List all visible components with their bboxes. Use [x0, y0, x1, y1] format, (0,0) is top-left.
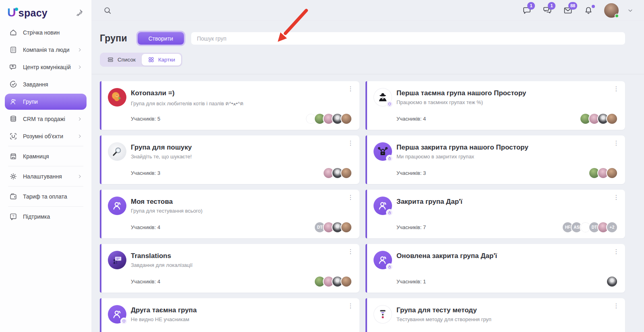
mail-badge: 88 — [568, 2, 577, 10]
card-body: Перша закрита група нашого Простору Ми п… — [374, 142, 618, 161]
sidebar-item-label: Розумні об'єкти — [23, 133, 63, 139]
lock-badge-icon — [386, 155, 393, 162]
sidebar-item-smart-objects[interactable]: Розумні об'єкти — [5, 128, 87, 144]
bell-icon[interactable] — [584, 6, 593, 15]
group-title: Моя тестова — [131, 198, 202, 206]
comms-icon — [9, 63, 18, 72]
card-texts: Перша таємна група нашого Простору Працю… — [396, 88, 526, 105]
members-avatar-stack: DT — [314, 221, 352, 233]
group-card[interactable]: Перша таємна група нашого Простору Працю… — [365, 81, 625, 130]
group-chat-badge: 1 — [548, 2, 555, 10]
members-count: Учасників: 4 — [396, 116, 426, 122]
sidebar-item-label: CRM та продажі — [23, 116, 65, 122]
group-card[interactable]: Закрита група Дар'ї ⋮ Учасників: 7 HFASD… — [365, 190, 625, 238]
card-texts: Група для пошуку Знайдіть те, що шукаєте… — [131, 142, 192, 160]
mail-icon[interactable]: 88 — [563, 6, 573, 15]
sidebar-item-crm[interactable]: CRM та продажі — [5, 111, 87, 127]
sidebar-item-billing[interactable]: Тариф та оплата — [5, 189, 87, 205]
chevron-down-icon[interactable] — [627, 7, 634, 14]
sidebar-divider — [8, 166, 83, 166]
sidebar-divider — [8, 206, 83, 207]
store-icon — [9, 152, 18, 161]
card-menu-button[interactable]: ⋮ — [347, 85, 355, 92]
sidebar-item-company[interactable]: Компанія та люди — [5, 42, 87, 58]
topbar: 1 1 88 — [92, 0, 644, 21]
card-menu-button[interactable]: ⋮ — [612, 85, 620, 92]
card-menu-button[interactable]: ⋮ — [347, 194, 355, 201]
group-avatar-screenshot — [374, 305, 392, 324]
members-count: Учасників: 3 — [131, 170, 160, 176]
group-card[interactable]: Моя тестова Група для тестування всього)… — [100, 190, 359, 238]
group-avatar-cat-art — [108, 88, 126, 107]
sidebar-item-settings[interactable]: Налаштування — [5, 168, 87, 184]
card-body: Котопазли =) Група для всіх любителів ко… — [108, 88, 352, 108]
group-description: Тестування методу для створення груп — [396, 316, 491, 322]
support-icon: ? — [9, 212, 18, 221]
card-body: Закрита група Дар'ї — [374, 197, 618, 215]
sidebar-item-label: Стрічка новин — [23, 29, 60, 36]
group-description: Група для тестування всього) — [131, 208, 202, 214]
group-card[interactable]: Translations Завдання для локалізації ⋮ … — [100, 244, 359, 293]
wallet-icon — [9, 192, 18, 201]
sidebar-item-label: Підтримка — [23, 213, 50, 220]
group-card[interactable]: Котопазли =) Група для всіх любителів ко… — [100, 81, 359, 130]
search-icon[interactable] — [103, 6, 112, 15]
cards-view-icon — [148, 56, 155, 63]
chevron-right-icon — [77, 47, 83, 53]
members-count: Учасників: 4 — [131, 224, 160, 230]
sidebar-item-groups[interactable]: Групи — [5, 94, 87, 110]
sidebar-item-support[interactable]: ? Підтримка — [5, 209, 87, 225]
card-texts: Оновлена закрита група Дар'ї — [396, 251, 497, 260]
sidebar-item-newsfeed[interactable]: Стрічка новин — [5, 25, 87, 41]
card-menu-button[interactable]: ⋮ — [612, 302, 620, 309]
group-card[interactable]: Група для тесту методу Тестування методу… — [365, 298, 625, 332]
shield-badge-icon — [386, 100, 393, 108]
group-title: Котопазли =) — [131, 89, 244, 97]
group-avatar-people — [374, 251, 392, 269]
sidebar: Uspacy Стрічка новин Компанія та люди Це… — [0, 0, 92, 332]
tasks-icon — [9, 80, 18, 89]
card-texts: Закрита група Дар'ї — [396, 197, 462, 206]
sidebar-item-communications[interactable]: Центр комунікацій — [5, 59, 87, 75]
group-avatar-search — [108, 142, 126, 161]
card-menu-button[interactable]: ⋮ — [347, 302, 355, 309]
sidebar-item-tasks[interactable]: Завдання — [5, 76, 87, 92]
smart-objects-icon — [9, 132, 18, 141]
tab-cards-view[interactable]: Картки — [142, 54, 181, 66]
card-menu-button[interactable]: ⋮ — [612, 248, 620, 255]
card-menu-button[interactable]: ⋮ — [612, 139, 620, 147]
chat-icon[interactable]: 1 — [522, 6, 532, 15]
members-count: Учасників: 4 — [131, 279, 160, 285]
card-texts: Translations Завдання для локалізації — [131, 251, 192, 268]
lock-badge-icon — [386, 263, 393, 271]
group-avatar-translations — [108, 251, 126, 269]
members-count: Учасників: 5 — [131, 116, 160, 122]
page-title: Групи — [100, 33, 127, 44]
tab-list-view[interactable]: Список — [101, 54, 142, 66]
view-switcher: Список Картки — [100, 53, 182, 67]
sidebar-item-store[interactable]: Крамниця — [5, 148, 87, 164]
card-body: Моя тестова Група для тестування всього) — [108, 197, 352, 215]
uspacy-logo[interactable]: Uspacy — [7, 6, 47, 19]
card-footer: Учасників: 3 — [374, 167, 618, 179]
group-card[interactable]: Оновлена закрита група Дар'ї ⋮ Учасників… — [365, 244, 625, 293]
group-search-input[interactable] — [191, 32, 625, 45]
card-menu-button[interactable]: ⋮ — [347, 139, 355, 147]
card-texts: Група для тесту методу Тестування методу… — [396, 305, 491, 322]
group-card[interactable]: Група для пошуку Знайдіть те, що шукаєте… — [100, 135, 359, 184]
sidebar-nav: Стрічка новин Компанія та люди Центр ком… — [5, 25, 87, 225]
card-menu-button[interactable]: ⋮ — [347, 248, 355, 255]
group-card[interactable]: Друга таємна група Не видно НЕ учасникам… — [100, 298, 359, 332]
card-menu-button[interactable]: ⋮ — [612, 194, 620, 201]
card-texts: Перша закрита група нашого Простору Ми п… — [396, 142, 528, 160]
member-avatar-initials: +2 — [606, 221, 618, 233]
members-avatar-stack: HFASDT+2 — [562, 221, 618, 233]
user-avatar[interactable] — [604, 3, 619, 18]
group-card[interactable]: Перша закрита група нашого Простору Ми п… — [365, 135, 625, 184]
sidebar-item-label: Завдання — [23, 81, 48, 88]
create-group-button[interactable]: Створити — [138, 32, 184, 45]
member-avatar — [341, 221, 352, 233]
pin-sidebar-icon[interactable] — [74, 8, 84, 18]
group-chat-icon[interactable]: 1 — [543, 6, 552, 15]
sidebar-divider — [8, 186, 83, 186]
